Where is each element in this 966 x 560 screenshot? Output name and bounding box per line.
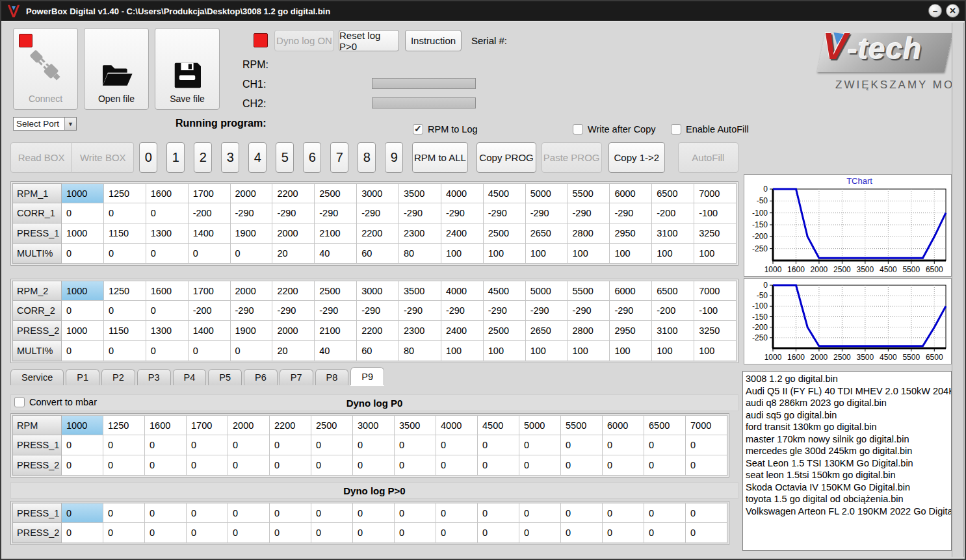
table-cell[interactable]: 100 xyxy=(484,244,526,264)
table-cell[interactable]: 2100 xyxy=(315,223,357,244)
close-button[interactable]: ✕ xyxy=(946,4,959,18)
table-cell[interactable]: 2950 xyxy=(610,321,652,341)
table-cell[interactable]: 4500 xyxy=(484,183,526,203)
table-cell[interactable]: 0 xyxy=(436,435,478,455)
table-cell[interactable]: 1900 xyxy=(231,223,273,244)
digit-button-1[interactable]: 1 xyxy=(166,142,185,173)
table-cell[interactable]: 40 xyxy=(315,341,357,361)
table-cell[interactable]: 0 xyxy=(187,523,228,543)
table-cell[interactable]: -290 xyxy=(441,301,484,321)
table-cell[interactable]: 0 xyxy=(146,203,189,223)
file-list-item[interactable]: Volkswagen Arteon FL 2.0 190KM 2022 Go D… xyxy=(746,505,951,518)
table-cell[interactable]: 0 xyxy=(353,503,395,523)
table-cell[interactable]: 0 xyxy=(519,435,561,455)
table-cell[interactable]: 0 xyxy=(62,455,103,476)
tab-p3[interactable]: P3 xyxy=(137,369,171,385)
file-list-item[interactable]: master 170km nowy silnik go digital.bin xyxy=(746,433,951,446)
table-cell[interactable]: 1000 xyxy=(62,281,104,301)
combo-dropdown-button[interactable]: ▼ xyxy=(64,118,76,130)
table-cell[interactable]: -290 xyxy=(357,203,399,223)
table-cell[interactable]: 0 xyxy=(145,523,187,543)
table-cell[interactable]: 0 xyxy=(561,503,603,523)
table-cell[interactable]: -290 xyxy=(231,203,273,223)
table-cell[interactable]: 3250 xyxy=(694,321,737,341)
table-cell[interactable]: 2500 xyxy=(484,223,526,244)
table-cell[interactable]: 1000 xyxy=(62,183,104,203)
table-cell[interactable]: 0 xyxy=(436,455,478,476)
table-cell[interactable]: 0 xyxy=(686,455,727,476)
table-cell[interactable]: 0 xyxy=(644,435,686,455)
table-cell[interactable]: 3500 xyxy=(395,415,436,435)
table-cell[interactable]: 0 xyxy=(353,435,395,455)
table-cell[interactable]: 0 xyxy=(104,301,146,321)
table-cell[interactable]: 100 xyxy=(652,244,694,264)
file-list-item[interactable]: audi sq5 go digital.bin xyxy=(746,409,951,422)
digit-button-7[interactable]: 7 xyxy=(330,142,348,173)
copy-prog-button[interactable]: Copy PROG xyxy=(476,142,536,173)
tab-p8[interactable]: P8 xyxy=(315,369,349,385)
table-cell[interactable]: -290 xyxy=(272,203,315,223)
file-list-item[interactable]: seat leon 1.5tsi 150km go digital.bin xyxy=(746,469,951,481)
instruction-button[interactable]: Instruction xyxy=(405,30,462,51)
table-cell[interactable]: 2500 xyxy=(315,183,357,203)
table-cell[interactable]: -290 xyxy=(357,301,399,321)
table-cell[interactable]: 80 xyxy=(399,244,441,264)
table-cell[interactable]: 0 xyxy=(231,244,273,264)
table-cell[interactable]: 0 xyxy=(146,341,189,361)
table-cell[interactable]: 0 xyxy=(395,503,436,523)
tab-p4[interactable]: P4 xyxy=(173,369,207,385)
table-cell[interactable]: 1000 xyxy=(62,223,104,244)
table-cell[interactable]: 0 xyxy=(270,523,311,543)
table-cell[interactable]: 4000 xyxy=(436,415,478,435)
table-cell[interactable]: 1400 xyxy=(189,321,231,341)
table-cell[interactable]: 0 xyxy=(103,455,145,476)
digit-button-8[interactable]: 8 xyxy=(358,142,376,173)
table-cell[interactable]: 2500 xyxy=(315,281,357,301)
table-cell[interactable]: 0 xyxy=(311,503,353,523)
select-port-combo[interactable]: Select Port ▼ xyxy=(13,117,77,131)
file-list-item[interactable]: Seat Leon 1.5 TSI 130KM Go Digital.bin xyxy=(746,457,951,470)
table-cell[interactable]: 2300 xyxy=(399,223,441,244)
table-cell[interactable]: 5000 xyxy=(526,183,568,203)
minimize-button[interactable]: – xyxy=(928,4,942,18)
table-cell[interactable]: 1700 xyxy=(187,415,228,435)
table-cell[interactable]: 3000 xyxy=(357,281,399,301)
table-cell[interactable]: -290 xyxy=(484,203,526,223)
table-cell[interactable]: 2200 xyxy=(272,183,315,203)
digit-button-9[interactable]: 9 xyxy=(385,142,403,173)
table-cell[interactable]: 100 xyxy=(652,341,694,361)
table-cell[interactable]: 2650 xyxy=(526,321,568,341)
table-cell[interactable]: 0 xyxy=(478,523,519,543)
table-cell[interactable]: 4000 xyxy=(441,281,484,301)
table-cell[interactable]: 0 xyxy=(145,503,187,523)
table-cell[interactable]: 100 xyxy=(484,341,526,361)
table-cell[interactable]: 3250 xyxy=(694,223,737,244)
file-list-item[interactable]: audi q8 286km 2023 go digital.bin xyxy=(746,397,951,409)
table-cell[interactable]: 1600 xyxy=(146,281,189,301)
table-cell[interactable]: 60 xyxy=(357,244,399,264)
table-cell[interactable]: 2000 xyxy=(231,281,273,301)
table-cell[interactable]: 0 xyxy=(395,523,436,543)
table-cell[interactable]: 3500 xyxy=(399,183,441,203)
table-cell[interactable]: -290 xyxy=(399,203,441,223)
table-cell[interactable]: 0 xyxy=(228,523,270,543)
table-cell[interactable]: 80 xyxy=(399,341,441,361)
table-cell[interactable]: 0 xyxy=(603,503,644,523)
table-cell[interactable]: 1600 xyxy=(146,183,189,203)
table-cell[interactable]: 1700 xyxy=(189,183,231,203)
table-cell[interactable]: 1300 xyxy=(146,223,189,244)
table-cell[interactable]: 2400 xyxy=(441,223,484,244)
table-cell[interactable]: 0 xyxy=(62,203,104,223)
table-cell[interactable]: 0 xyxy=(644,503,686,523)
table-cell[interactable]: -200 xyxy=(189,203,231,223)
tab-p1[interactable]: P1 xyxy=(66,369,99,385)
table-cell[interactable]: 6500 xyxy=(644,415,686,435)
table-cell[interactable]: 0 xyxy=(686,435,727,455)
table-cell[interactable]: 0 xyxy=(187,503,228,523)
table-cell[interactable]: 2800 xyxy=(568,321,610,341)
table-cell[interactable]: 0 xyxy=(228,503,270,523)
digit-button-4[interactable]: 4 xyxy=(248,142,267,173)
file-list-item[interactable]: Skoda Octavia IV 150KM Go Digital.bin xyxy=(746,481,951,494)
table-cell[interactable]: 4500 xyxy=(478,415,519,435)
table-cell[interactable]: -290 xyxy=(568,203,610,223)
